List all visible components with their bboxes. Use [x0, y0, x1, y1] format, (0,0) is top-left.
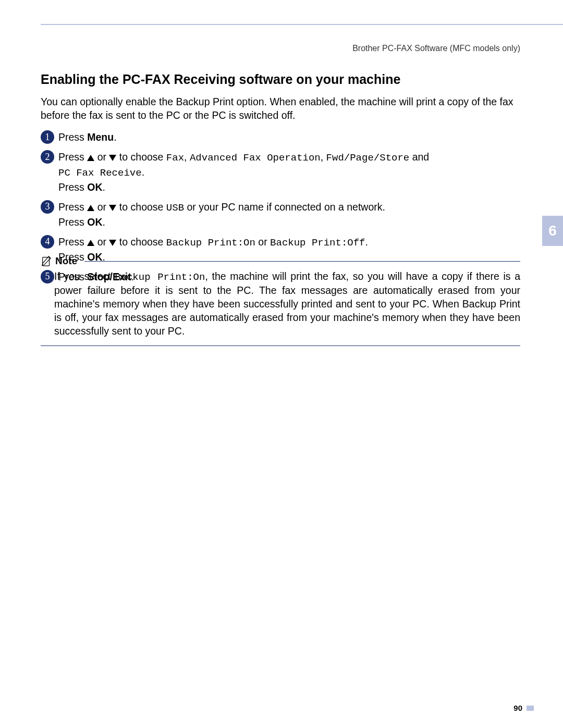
page: Brother PC-FAX Software (MFC models only…: [0, 0, 563, 728]
note-header: Note: [41, 255, 520, 267]
step-2: 2 Press or to choose Fax, Advanced Fax O…: [41, 150, 520, 194]
text: .: [103, 181, 105, 193]
text: Press: [58, 151, 87, 163]
note-block: Note If you select Backup Print:On, the …: [41, 255, 520, 346]
text: ,: [184, 151, 190, 163]
text: or: [94, 151, 109, 163]
text: Press: [58, 216, 87, 228]
note-icon: [41, 255, 52, 267]
step-number: 2: [41, 150, 54, 164]
svg-rect-0: [43, 257, 50, 266]
step-body: Press Menu.: [58, 130, 117, 144]
step-number: 3: [41, 200, 54, 214]
text: .: [114, 131, 116, 143]
note-rule-bottom: [41, 346, 520, 346]
up-arrow-icon: [87, 240, 94, 246]
text: to choose: [116, 201, 166, 213]
up-arrow-icon: [87, 205, 94, 211]
text: Press: [58, 201, 87, 213]
running-header: Brother PC-FAX Software (MFC models only…: [352, 44, 520, 53]
up-arrow-icon: [87, 155, 94, 161]
text: to choose: [116, 236, 166, 248]
step-number: 1: [41, 130, 54, 144]
top-rule: [41, 24, 563, 25]
chapter-tab: 6: [542, 216, 563, 246]
step-body: Press or to choose Fax, Advanced Fax Ope…: [58, 150, 429, 194]
option-pc-fax-receive: PC Fax Receive: [58, 167, 142, 179]
down-arrow-icon: [109, 240, 116, 246]
ok-label: OK: [87, 216, 102, 228]
step-1: 1 Press Menu.: [41, 130, 520, 144]
option-backup-on: Backup Print:On: [166, 237, 255, 249]
option-backup-on: Backup Print:On: [115, 272, 205, 283]
text: .: [142, 166, 144, 178]
option-fwd-page-store: Fwd/Page/Store: [326, 152, 410, 164]
down-arrow-icon: [109, 205, 116, 211]
text: or: [94, 236, 109, 248]
page-number-box: 90: [513, 704, 534, 712]
step-3: 3 Press or to choose USB or your PC name…: [41, 200, 520, 229]
text: ,: [321, 151, 326, 163]
option-advanced-fax: Advanced Fax Operation: [190, 152, 321, 164]
ok-label: OK: [87, 181, 102, 193]
option-fax: Fax: [166, 152, 184, 164]
text: Press: [58, 131, 87, 143]
note-label: Note: [55, 255, 77, 267]
text: or your PC name if connected on a networ…: [184, 201, 385, 213]
step-number: 4: [41, 235, 54, 249]
step-body: Press or to choose USB or your PC name i…: [58, 200, 385, 229]
page-number: 90: [513, 704, 522, 712]
note-rule-top: [84, 261, 520, 262]
menu-label: Menu: [87, 131, 114, 143]
option-backup-off: Backup Print:Off: [270, 237, 365, 249]
down-arrow-icon: [109, 155, 116, 161]
text: If you select: [54, 270, 115, 282]
option-usb: USB: [166, 202, 184, 214]
text: Press: [58, 236, 87, 248]
text: or: [255, 236, 270, 248]
text: to choose: [116, 151, 166, 163]
text: and: [409, 151, 429, 163]
text: or: [94, 201, 109, 213]
section-heading: Enabling the PC-FAX Receiving software o…: [41, 72, 400, 87]
text: Press: [58, 181, 87, 193]
note-body: If you select Backup Print:On, the machi…: [54, 270, 520, 338]
text: .: [103, 216, 105, 228]
intro-paragraph: You can optionally enable the Backup Pri…: [41, 95, 520, 122]
page-number-bar: [527, 706, 534, 711]
text: .: [365, 236, 368, 248]
